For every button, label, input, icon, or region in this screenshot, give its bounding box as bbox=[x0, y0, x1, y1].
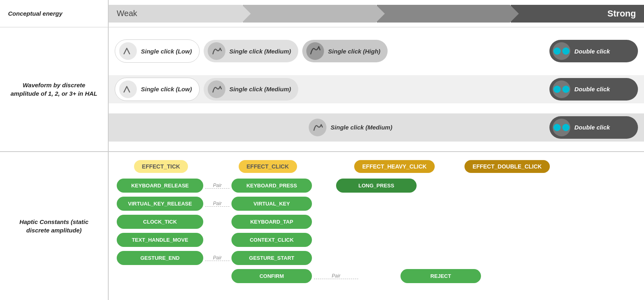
svg-line-1 bbox=[319, 47, 320, 50]
wave-low-icon-2 bbox=[119, 80, 137, 98]
pill-single-click-medium-2: Single click (Medium) bbox=[204, 78, 298, 101]
hc-row-keyboard: KEYBOARD_RELEASE Pair KEYBOARD_PRESS LON… bbox=[117, 179, 636, 193]
gesture-start-btn[interactable]: GESTURE_START bbox=[231, 251, 312, 265]
double-click-icon-3 bbox=[553, 119, 570, 136]
pill-label: Double click bbox=[574, 86, 610, 92]
pair-line-confirm bbox=[314, 279, 358, 279]
pill-single-click-high-1: Single click (High) bbox=[302, 40, 388, 62]
pair-label-confirm: Pair bbox=[332, 273, 340, 279]
reject-btn[interactable]: REJECT bbox=[400, 269, 481, 283]
hc-row-text-handle: TEXT_HANDLE_MOVE CONTEXT_CLICK bbox=[117, 233, 636, 247]
left-column: Conceptual energy Waveform by discrete a… bbox=[0, 0, 108, 300]
wf-pills-group-1: Single click (Low) Single click (Medium) bbox=[115, 39, 549, 63]
waveform-label-container: Waveform by discrete amplitude of 1, 2, … bbox=[0, 27, 108, 152]
pill-label: Double click bbox=[574, 124, 610, 131]
pair-line-vk bbox=[205, 206, 229, 207]
energy-strong-label: Strong bbox=[607, 8, 636, 19]
pill-label: Single click (Medium) bbox=[330, 124, 392, 131]
pair-label-vk: Pair bbox=[213, 201, 221, 206]
energy-row: Weak Strong bbox=[109, 0, 644, 27]
waveform-row-1: Single click (Low) Single click (Medium) bbox=[109, 37, 644, 65]
virtual-key-btn[interactable]: VIRTUAL_KEY bbox=[231, 197, 312, 211]
text-handle-move-btn[interactable]: TEXT_HANDLE_MOVE bbox=[117, 233, 203, 247]
effect-click-label: EFFECT_CLICK bbox=[239, 160, 297, 173]
waveform-row-2: Single click (Low) Single click (Medium) bbox=[109, 75, 644, 103]
wave-medium-icon-2 bbox=[208, 80, 225, 98]
main-layout: Conceptual energy Waveform by discrete a… bbox=[0, 0, 644, 300]
right-column: Weak Strong Single click (Low) bbox=[108, 0, 644, 300]
haptic-constants-label: Haptic Constants (static discrete amplit… bbox=[8, 218, 100, 234]
waveform-area: Single click (Low) Single click (Medium) bbox=[109, 27, 644, 152]
waveform-label: Waveform by discrete amplitude of 1, 2, … bbox=[8, 81, 100, 98]
pair-label-keyboard: Pair bbox=[213, 183, 221, 188]
pair-vk-container: Pair bbox=[203, 201, 231, 207]
energy-seg-3 bbox=[377, 5, 510, 23]
long-press-btn[interactable]: LONG_PRESS bbox=[336, 179, 417, 193]
pill-label: Single click (Medium) bbox=[229, 48, 291, 55]
pair-line-gesture bbox=[205, 261, 229, 261]
effect-labels-row: EFFECT_TICK EFFECT_CLICK EFFECT_HEAVY_CL… bbox=[117, 160, 636, 173]
hc-row-gesture: GESTURE_END Pair GESTURE_START bbox=[117, 251, 636, 265]
pill-double-click-3: Double click bbox=[549, 116, 638, 139]
haptic-constants-grid-container: KEYBOARD_RELEASE Pair KEYBOARD_PRESS LON… bbox=[117, 179, 636, 283]
haptic-constants-area: EFFECT_TICK EFFECT_CLICK EFFECT_HEAVY_CL… bbox=[109, 152, 644, 300]
double-click-icon-1 bbox=[553, 42, 570, 60]
energy-seg-2 bbox=[243, 5, 376, 23]
effect-heavy-click-label: EFFECT_HEAVY_CLICK bbox=[354, 160, 435, 173]
pair-gesture-container: Pair bbox=[203, 255, 231, 261]
confirm-btn[interactable]: CONFIRM bbox=[231, 269, 312, 283]
gesture-end-btn[interactable]: GESTURE_END bbox=[117, 251, 203, 265]
pair-line-keyboard bbox=[205, 188, 229, 189]
pill-label: Single click (High) bbox=[328, 48, 380, 55]
svg-line-3 bbox=[321, 125, 322, 127]
wave-low-icon-1 bbox=[119, 42, 137, 60]
svg-line-0 bbox=[220, 48, 221, 51]
pill-single-click-medium-3: Single click (Medium) bbox=[305, 116, 399, 139]
pair-confirm-container: Pair bbox=[312, 273, 360, 279]
pill-label: Single click (Medium) bbox=[229, 86, 291, 92]
haptic-constants-label-container: Haptic Constants (static discrete amplit… bbox=[0, 152, 108, 300]
wf-pills-group-3: Single click (Medium) bbox=[115, 116, 549, 139]
keyboard-press-btn[interactable]: KEYBOARD_PRESS bbox=[231, 179, 312, 193]
pair-label-gesture: Pair bbox=[213, 255, 221, 261]
pill-label: Single click (Low) bbox=[141, 86, 192, 92]
double-click-icon-2 bbox=[553, 80, 570, 98]
pill-label: Double click bbox=[574, 48, 610, 55]
energy-weak-label: Weak bbox=[117, 9, 137, 18]
wave-medium-icon-1 bbox=[208, 42, 225, 60]
pair-keyboard-container: Pair bbox=[203, 183, 231, 189]
keyboard-tap-btn[interactable]: KEYBOARD_TAP bbox=[231, 215, 312, 229]
conceptual-energy-label: Conceptual energy bbox=[8, 9, 62, 18]
pill-single-click-low-1: Single click (Low) bbox=[115, 39, 200, 63]
keyboard-release-btn[interactable]: KEYBOARD_RELEASE bbox=[117, 179, 203, 193]
clock-tick-btn[interactable]: CLOCK_TICK bbox=[117, 215, 203, 229]
svg-line-2 bbox=[220, 86, 221, 89]
wave-medium-icon-3 bbox=[309, 119, 326, 136]
effect-double-container: EFFECT_DOUBLE_CLICK bbox=[463, 160, 551, 173]
effect-tick-container: EFFECT_TICK bbox=[117, 160, 205, 173]
effect-tick-label: EFFECT_TICK bbox=[134, 160, 188, 173]
hc-row-clock: CLOCK_TICK KEYBOARD_TAP bbox=[117, 215, 636, 229]
wave-high-icon-1 bbox=[306, 42, 324, 60]
arrow-bar bbox=[109, 5, 644, 23]
pill-label: Single click (Low) bbox=[141, 48, 192, 55]
waveform-row-3: Single click (Medium) Double click bbox=[109, 113, 644, 142]
hc-row-confirm: CONFIRM Pair REJECT bbox=[117, 269, 636, 283]
pill-single-click-low-2: Single click (Low) bbox=[115, 78, 200, 101]
wf-pills-group-2: Single click (Low) Single click (Medium) bbox=[115, 78, 549, 101]
pill-single-click-medium-1: Single click (Medium) bbox=[204, 40, 298, 62]
effect-heavy-container: EFFECT_HEAVY_CLICK bbox=[350, 160, 439, 173]
conceptual-energy-label-container: Conceptual energy bbox=[0, 0, 108, 27]
hc-row-virtual-key: VIRTUAL_KEY_RELEASE Pair VIRTUAL_KEY bbox=[117, 197, 636, 211]
virtual-key-release-btn[interactable]: VIRTUAL_KEY_RELEASE bbox=[117, 197, 203, 211]
effect-click-container: EFFECT_CLICK bbox=[217, 160, 318, 173]
pill-double-click-1: Double click bbox=[549, 40, 638, 62]
pill-double-click-2: Double click bbox=[549, 78, 638, 101]
context-click-btn[interactable]: CONTEXT_CLICK bbox=[231, 233, 312, 247]
effect-double-click-label: EFFECT_DOUBLE_CLICK bbox=[464, 160, 550, 173]
